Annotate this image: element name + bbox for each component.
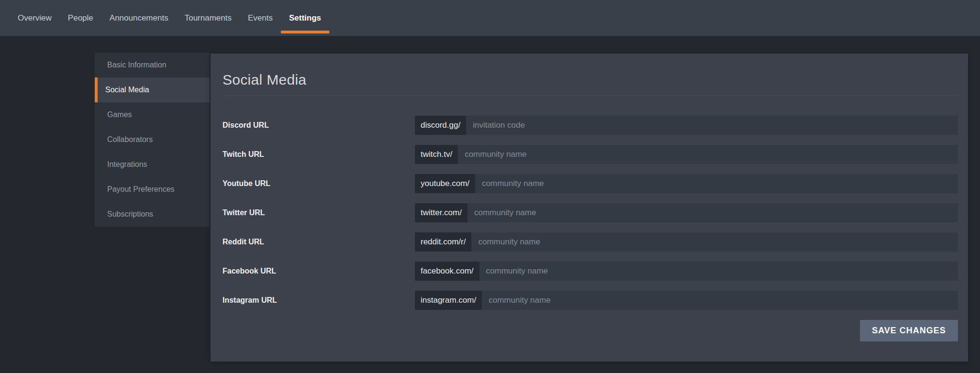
url-prefix: twitch.tv/ <box>415 145 458 164</box>
nav-item-settings[interactable]: Settings <box>281 0 329 36</box>
page-title: Social Media <box>223 71 958 88</box>
sidebar-item-label: Payout Preferences <box>107 185 175 194</box>
sidebar-item-label: Subscriptions <box>107 210 153 219</box>
youtube-url-input[interactable] <box>475 174 958 193</box>
url-prefix: discord.gg/ <box>415 116 466 135</box>
nav-item-label: Events <box>248 13 273 23</box>
url-input-group: facebook.com/ <box>415 262 958 281</box>
url-input-group: youtube.com/ <box>415 174 958 193</box>
field-label: Youtube URL <box>223 179 415 188</box>
nav-item-people[interactable]: People <box>60 0 101 36</box>
form-field-row: Discord URL discord.gg/ <box>223 116 958 135</box>
nav-item-label: Tournaments <box>185 13 232 23</box>
nav-item-announcements[interactable]: Announcements <box>101 0 177 36</box>
nav-item-events[interactable]: Events <box>240 0 281 36</box>
url-prefix: facebook.com/ <box>415 262 479 281</box>
nav-item-tournaments[interactable]: Tournaments <box>177 0 240 36</box>
sidebar-item-payout-preferences[interactable]: Payout Preferences <box>95 177 210 202</box>
sidebar-item-label: Games <box>107 110 132 119</box>
url-input-group: reddit.com/r/ <box>415 232 958 252</box>
discord-url-input[interactable] <box>466 116 958 135</box>
sidebar-item-label: Integrations <box>107 160 147 169</box>
url-prefix: youtube.com/ <box>415 174 475 193</box>
sidebar-item-label: Social Media <box>105 86 149 94</box>
twitter-url-input[interactable] <box>468 203 958 222</box>
sidebar-item-social-media[interactable]: Social Media <box>95 77 210 102</box>
url-input-group: discord.gg/ <box>415 116 958 135</box>
form-field-row: Twitter URL twitter.com/ <box>223 203 958 222</box>
sidebar-item-games[interactable]: Games <box>95 102 210 127</box>
sidebar-item-label: Basic Information <box>107 61 167 69</box>
save-changes-button[interactable]: SAVE CHANGES <box>860 320 958 341</box>
form-field-row: Instagram URL instagram.com/ <box>223 291 958 310</box>
url-prefix: instagram.com/ <box>415 291 482 310</box>
sidebar-item-basic-information[interactable]: Basic Information <box>95 53 210 77</box>
form-field-row: Reddit URL reddit.com/r/ <box>223 232 958 252</box>
field-label: Facebook URL <box>223 267 415 275</box>
facebook-url-input[interactable] <box>479 262 958 281</box>
form-field-row: Youtube URL youtube.com/ <box>223 174 958 193</box>
field-label: Twitch URL <box>223 150 415 159</box>
nav-item-overview[interactable]: Overview <box>10 0 60 36</box>
url-input-group: twitch.tv/ <box>415 145 958 164</box>
social-media-panel: Social Media Discord URL discord.gg/ Twi… <box>211 54 968 362</box>
field-label: Reddit URL <box>223 238 415 246</box>
title-divider <box>223 96 958 96</box>
reddit-url-input[interactable] <box>471 232 958 252</box>
sidebar-item-collaborators[interactable]: Collaborators <box>95 127 210 152</box>
social-media-form: Discord URL discord.gg/ Twitch URL twitc… <box>223 116 958 310</box>
nav-item-label: Settings <box>289 13 321 23</box>
instagram-url-input[interactable] <box>482 291 958 310</box>
url-input-group: twitter.com/ <box>415 203 958 222</box>
twitch-url-input[interactable] <box>458 145 958 164</box>
sidebar-item-subscriptions[interactable]: Subscriptions <box>95 202 210 227</box>
settings-sidebar: Basic Information Social Media Games Col… <box>95 53 210 227</box>
url-prefix: reddit.com/r/ <box>415 232 471 252</box>
nav-item-label: Overview <box>18 13 52 23</box>
form-field-row: Facebook URL facebook.com/ <box>223 262 958 281</box>
field-label: Discord URL <box>223 121 415 130</box>
nav-item-label: Announcements <box>110 13 168 23</box>
url-prefix: twitter.com/ <box>415 203 468 222</box>
field-label: Instagram URL <box>223 296 415 305</box>
url-input-group: instagram.com/ <box>415 291 958 310</box>
nav-item-label: People <box>68 13 93 23</box>
sidebar-item-integrations[interactable]: Integrations <box>95 152 210 177</box>
top-nav: Overview People Announcements Tournament… <box>0 0 980 36</box>
field-label: Twitter URL <box>223 208 415 217</box>
sidebar-item-label: Collaborators <box>107 135 153 144</box>
save-row: SAVE CHANGES <box>223 320 958 341</box>
form-field-row: Twitch URL twitch.tv/ <box>223 145 958 164</box>
